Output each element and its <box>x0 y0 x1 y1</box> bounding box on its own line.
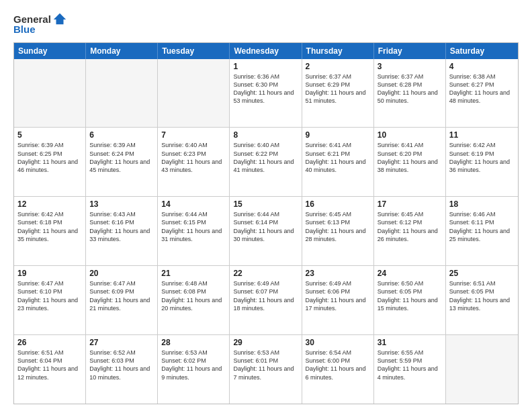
calendar-cell: 8Sunrise: 6:40 AMSunset: 6:22 PMDaylight… <box>230 128 302 196</box>
day-header-friday: Friday <box>374 43 446 59</box>
day-number: 4 <box>449 62 515 71</box>
calendar-week-2: 5Sunrise: 6:39 AMSunset: 6:25 PMDaylight… <box>14 128 518 197</box>
cell-info: Sunrise: 6:47 AMSunset: 6:09 PMDaylight:… <box>89 279 154 312</box>
day-header-monday: Monday <box>86 43 158 59</box>
calendar-body: 1Sunrise: 6:36 AMSunset: 6:30 PMDaylight… <box>14 59 518 404</box>
day-number: 22 <box>233 269 298 278</box>
day-number: 25 <box>449 269 515 278</box>
cell-info: Sunrise: 6:47 AMSunset: 6:10 PMDaylight:… <box>17 279 82 312</box>
cell-info: Sunrise: 6:41 AMSunset: 6:21 PMDaylight:… <box>306 141 370 174</box>
cell-info: Sunrise: 6:39 AMSunset: 6:25 PMDaylight:… <box>17 141 82 174</box>
day-header-tuesday: Tuesday <box>158 43 230 59</box>
cell-info: Sunrise: 6:49 AMSunset: 6:06 PMDaylight:… <box>306 279 370 312</box>
cell-info: Sunrise: 6:42 AMSunset: 6:19 PMDaylight:… <box>449 141 515 174</box>
day-number: 6 <box>89 130 154 140</box>
calendar: SundayMondayTuesdayWednesdayThursdayFrid… <box>13 42 519 405</box>
calendar-cell: 9Sunrise: 6:41 AMSunset: 6:21 PMDaylight… <box>302 128 374 196</box>
calendar-cell <box>446 335 518 404</box>
svg-marker-0 <box>54 13 66 25</box>
cell-info: Sunrise: 6:48 AMSunset: 6:08 PMDaylight:… <box>161 279 226 312</box>
cell-info: Sunrise: 6:46 AMSunset: 6:11 PMDaylight:… <box>449 210 515 243</box>
cell-info: Sunrise: 6:43 AMSunset: 6:16 PMDaylight:… <box>89 210 154 243</box>
calendar-week-1: 1Sunrise: 6:36 AMSunset: 6:30 PMDaylight… <box>14 59 518 128</box>
day-header-sunday: Sunday <box>14 43 86 59</box>
calendar-cell: 26Sunrise: 6:51 AMSunset: 6:04 PMDayligh… <box>14 335 86 404</box>
calendar-cell: 1Sunrise: 6:36 AMSunset: 6:30 PMDaylight… <box>230 59 302 128</box>
calendar-cell: 17Sunrise: 6:45 AMSunset: 6:12 PMDayligh… <box>374 197 446 265</box>
cell-info: Sunrise: 6:53 AMSunset: 6:02 PMDaylight:… <box>161 349 226 381</box>
calendar-cell: 10Sunrise: 6:41 AMSunset: 6:20 PMDayligh… <box>374 128 446 196</box>
cell-info: Sunrise: 6:36 AMSunset: 6:30 PMDaylight:… <box>233 73 298 105</box>
calendar-cell: 16Sunrise: 6:45 AMSunset: 6:13 PMDayligh… <box>302 197 374 265</box>
cell-info: Sunrise: 6:37 AMSunset: 6:28 PMDaylight:… <box>378 73 442 105</box>
cell-info: Sunrise: 6:45 AMSunset: 6:13 PMDaylight:… <box>306 210 370 243</box>
calendar-cell: 6Sunrise: 6:39 AMSunset: 6:24 PMDaylight… <box>86 128 158 196</box>
cell-info: Sunrise: 6:42 AMSunset: 6:18 PMDaylight:… <box>17 210 82 243</box>
logo-icon <box>52 12 67 27</box>
calendar-cell: 19Sunrise: 6:47 AMSunset: 6:10 PMDayligh… <box>14 266 86 334</box>
cell-info: Sunrise: 6:40 AMSunset: 6:23 PMDaylight:… <box>161 141 226 174</box>
day-number: 13 <box>89 199 154 209</box>
day-number: 10 <box>378 130 442 140</box>
calendar-cell: 23Sunrise: 6:49 AMSunset: 6:06 PMDayligh… <box>302 266 374 334</box>
cell-info: Sunrise: 6:39 AMSunset: 6:24 PMDaylight:… <box>89 141 154 174</box>
calendar-cell: 12Sunrise: 6:42 AMSunset: 6:18 PMDayligh… <box>14 197 86 265</box>
cell-info: Sunrise: 6:50 AMSunset: 6:05 PMDaylight:… <box>378 279 442 312</box>
day-number: 15 <box>233 199 298 209</box>
cell-info: Sunrise: 6:52 AMSunset: 6:03 PMDaylight:… <box>89 349 154 381</box>
cell-info: Sunrise: 6:53 AMSunset: 6:01 PMDaylight:… <box>233 349 298 381</box>
day-number: 29 <box>233 338 298 347</box>
day-number: 18 <box>449 199 515 209</box>
calendar-cell: 21Sunrise: 6:48 AMSunset: 6:08 PMDayligh… <box>158 266 230 334</box>
cell-info: Sunrise: 6:44 AMSunset: 6:14 PMDaylight:… <box>233 210 298 243</box>
calendar-cell: 28Sunrise: 6:53 AMSunset: 6:02 PMDayligh… <box>158 335 230 404</box>
page: General Blue SundayMondayTuesdayWednesda… <box>0 0 532 411</box>
calendar-cell <box>86 59 158 128</box>
calendar-cell: 11Sunrise: 6:42 AMSunset: 6:19 PMDayligh… <box>446 128 518 196</box>
logo: General Blue <box>13 12 67 36</box>
calendar-cell: 25Sunrise: 6:51 AMSunset: 6:05 PMDayligh… <box>446 266 518 334</box>
cell-info: Sunrise: 6:37 AMSunset: 6:29 PMDaylight:… <box>306 73 370 105</box>
day-number: 23 <box>306 269 370 278</box>
day-header-thursday: Thursday <box>302 43 374 59</box>
day-number: 21 <box>161 269 226 278</box>
day-number: 17 <box>378 199 442 209</box>
calendar-week-4: 19Sunrise: 6:47 AMSunset: 6:10 PMDayligh… <box>14 266 518 335</box>
day-number: 20 <box>89 269 154 278</box>
calendar-cell: 13Sunrise: 6:43 AMSunset: 6:16 PMDayligh… <box>86 197 158 265</box>
calendar-cell: 22Sunrise: 6:49 AMSunset: 6:07 PMDayligh… <box>230 266 302 334</box>
calendar-cell <box>14 59 86 128</box>
cell-info: Sunrise: 6:38 AMSunset: 6:27 PMDaylight:… <box>449 73 515 105</box>
day-number: 12 <box>17 199 82 209</box>
cell-info: Sunrise: 6:40 AMSunset: 6:22 PMDaylight:… <box>233 141 298 174</box>
calendar-cell: 3Sunrise: 6:37 AMSunset: 6:28 PMDaylight… <box>374 59 446 128</box>
day-number: 9 <box>306 130 370 140</box>
day-number: 26 <box>17 338 82 347</box>
day-number: 16 <box>306 199 370 209</box>
day-number: 11 <box>449 130 515 140</box>
calendar-cell: 5Sunrise: 6:39 AMSunset: 6:25 PMDaylight… <box>14 128 86 196</box>
day-number: 19 <box>17 269 82 278</box>
cell-info: Sunrise: 6:55 AMSunset: 5:59 PMDaylight:… <box>378 349 442 381</box>
day-number: 30 <box>306 338 370 347</box>
header: General Blue <box>13 12 519 36</box>
day-number: 2 <box>306 62 370 71</box>
logo-blue-text: Blue <box>13 24 36 36</box>
calendar-cell: 7Sunrise: 6:40 AMSunset: 6:23 PMDaylight… <box>158 128 230 196</box>
cell-info: Sunrise: 6:45 AMSunset: 6:12 PMDaylight:… <box>378 210 442 243</box>
calendar-cell <box>158 59 230 128</box>
day-number: 14 <box>161 199 226 209</box>
day-number: 1 <box>233 62 298 71</box>
day-number: 24 <box>378 269 442 278</box>
calendar-cell: 30Sunrise: 6:54 AMSunset: 6:00 PMDayligh… <box>302 335 374 404</box>
calendar-cell: 24Sunrise: 6:50 AMSunset: 6:05 PMDayligh… <box>374 266 446 334</box>
day-number: 8 <box>233 130 298 140</box>
day-number: 3 <box>378 62 442 71</box>
day-header-wednesday: Wednesday <box>230 43 302 59</box>
day-header-saturday: Saturday <box>446 43 518 59</box>
cell-info: Sunrise: 6:51 AMSunset: 6:04 PMDaylight:… <box>17 349 82 381</box>
cell-info: Sunrise: 6:49 AMSunset: 6:07 PMDaylight:… <box>233 279 298 312</box>
cell-info: Sunrise: 6:41 AMSunset: 6:20 PMDaylight:… <box>378 141 442 174</box>
day-number: 31 <box>378 338 442 347</box>
calendar-week-5: 26Sunrise: 6:51 AMSunset: 6:04 PMDayligh… <box>14 335 518 404</box>
